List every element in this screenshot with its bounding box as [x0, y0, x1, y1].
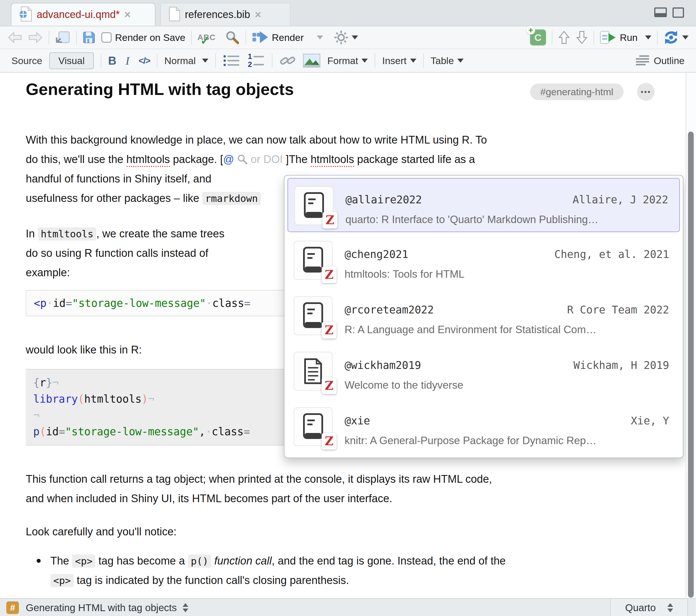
- toolbar-separator: [191, 31, 192, 44]
- bullet-list-button[interactable]: [223, 53, 240, 68]
- image-button[interactable]: [303, 53, 320, 68]
- insert-chunk-button[interactable]: C+: [530, 30, 546, 46]
- inline-code: <p>: [50, 574, 74, 587]
- paragraph-line: usefulness for other packages – like rma…: [26, 191, 261, 206]
- sort-down-icon: [667, 609, 673, 612]
- citation-key: @allaire2022: [345, 194, 422, 206]
- tab-references-bib[interactable]: references.bib ×: [160, 3, 290, 26]
- paragraph-style-dropdown[interactable]: Normal: [164, 55, 208, 66]
- citation-key: @wickham2019: [345, 359, 421, 372]
- toolbar-separator: [246, 31, 246, 44]
- book-reference-icon: Z: [294, 407, 333, 446]
- tab-close-icon[interactable]: ×: [255, 9, 261, 20]
- citation-title: Welcome to the tidyverse: [345, 379, 671, 391]
- render-on-save-checkbox[interactable]: [101, 32, 112, 43]
- back-button[interactable]: [7, 31, 22, 44]
- open-in-window-button[interactable]: [55, 31, 70, 44]
- paragraph-line: do this, we'll use the htmltools package…: [26, 151, 475, 167]
- citation-item-cheng2021[interactable]: Z @cheng2021 Cheng, et al. 2021 htmltool…: [287, 233, 680, 288]
- insert-menu-caret: [410, 59, 416, 63]
- paragraph-line: In htmltools, we create the same trees: [26, 226, 224, 242]
- text-run: Look carefully and you'll notice:: [26, 525, 177, 538]
- numbered-list-button[interactable]: 12: [247, 53, 265, 68]
- text-run: , and the end tag is gone. Instead, the …: [272, 555, 506, 567]
- run-button[interactable]: Run: [600, 30, 651, 45]
- render-dropdown-caret[interactable]: [317, 35, 323, 39]
- zotero-badge: Z: [322, 266, 336, 283]
- editor-canvas[interactable]: Generating HTML with tag objects #genera…: [0, 72, 686, 598]
- misspelled-word: htmltools: [126, 153, 170, 167]
- minimize-pane-icon[interactable]: [654, 7, 667, 17]
- outline-toggle[interactable]: Outline: [634, 54, 684, 67]
- source-mode-toggle[interactable]: Source: [12, 55, 42, 66]
- next-section-button[interactable]: [576, 31, 588, 44]
- citation-author-year: Xie, Y: [631, 415, 669, 427]
- citation-key: @rcoreteam2022: [345, 304, 434, 316]
- format-menu[interactable]: Format: [327, 55, 368, 66]
- file-icon: [168, 6, 180, 22]
- forward-button[interactable]: [28, 31, 43, 44]
- paragraph-line: This function call returns a tag object;…: [26, 471, 492, 487]
- zotero-badge: Z: [322, 322, 336, 339]
- text-run: With this background knowledge in place,…: [26, 134, 487, 146]
- inline-code-button[interactable]: </>: [139, 55, 150, 66]
- text-run: package. [: [170, 153, 223, 165]
- tab-close-icon[interactable]: ×: [124, 9, 130, 20]
- citation-item-allaire2022[interactable]: Z @allaire2022 Allaire, J 2022 quarto: R…: [287, 178, 680, 232]
- tab-label: references.bib: [185, 9, 250, 21]
- citation-placeholder[interactable]: or DOI: [251, 153, 283, 165]
- section-navigator-arrows[interactable]: [183, 603, 188, 612]
- citation-item-xie[interactable]: Z @xie Xie, Y knitr: A General-Purpose P…: [287, 400, 680, 454]
- italic-button[interactable]: I: [126, 54, 129, 67]
- more-options-button[interactable]: •••: [637, 83, 655, 101]
- scrollbar-thumb[interactable]: [688, 132, 694, 598]
- render-button[interactable]: Render: [252, 31, 304, 44]
- text-run: The: [50, 555, 72, 567]
- rerun-dropdown-caret[interactable]: [682, 35, 689, 39]
- vertical-scrollbar[interactable]: [686, 72, 696, 598]
- render-on-save-toggle[interactable]: Render on Save: [101, 32, 186, 43]
- text-run: [211, 555, 215, 567]
- citation-at-sign[interactable]: @: [223, 153, 234, 165]
- insert-menu-label: Insert: [382, 55, 406, 66]
- citation-key: @cheng2021: [345, 248, 408, 261]
- toolbar-separator: [423, 54, 424, 67]
- text-run: and when included in Shiny UI, its HTML …: [26, 492, 392, 504]
- bold-button[interactable]: B: [108, 54, 116, 67]
- sort-up-icon: [667, 603, 673, 607]
- link-button[interactable]: [279, 54, 296, 67]
- visual-mode-toggle[interactable]: Visual: [49, 52, 94, 69]
- run-dropdown-caret[interactable]: [645, 35, 651, 39]
- table-menu[interactable]: Table: [431, 55, 464, 66]
- save-button[interactable]: [82, 31, 96, 44]
- paragraph-line: do so using R function calls instead of: [26, 245, 208, 261]
- book-reference-icon: Z: [294, 241, 333, 280]
- gear-dropdown-caret[interactable]: [352, 35, 358, 39]
- maximize-pane-icon[interactable]: [673, 7, 684, 18]
- zotero-badge: Z: [322, 377, 336, 394]
- citation-title: quarto: R Interface to 'Quarto' Markdown…: [345, 214, 670, 226]
- render-settings-button[interactable]: [334, 30, 358, 45]
- spellcheck-button[interactable]: ABC ✓: [197, 30, 219, 46]
- toolbar-separator: [101, 54, 101, 67]
- inline-code: rmarkdown: [202, 192, 261, 205]
- toolbar-separator: [157, 54, 157, 67]
- inline-code: p(): [188, 554, 211, 568]
- bullet-line: The <p> tag has become a p() function ca…: [50, 553, 506, 569]
- section-navigator[interactable]: Generating HTML with tag objects: [26, 602, 177, 613]
- misspelled-word: htmltools: [311, 153, 354, 167]
- tab-advanced-ui-qmd[interactable]: advanced-ui.qmd* ×: [11, 3, 155, 26]
- outline-icon: [634, 54, 650, 67]
- find-replace-button[interactable]: [225, 30, 240, 45]
- text-run: do this, we'll use the: [26, 153, 126, 165]
- window-controls: [654, 7, 684, 18]
- document-mode-selector[interactable]: Quarto: [610, 599, 688, 616]
- section-anchor-badge: #generating-html: [530, 83, 623, 100]
- rerun-button[interactable]: [663, 30, 689, 45]
- citation-item-rcoreteam2022[interactable]: Z @rcoreteam2022 R Core Team 2022 R: A L…: [287, 289, 680, 343]
- text-run: , we create the same trees: [96, 228, 224, 240]
- previous-section-button[interactable]: [558, 31, 570, 44]
- insert-menu[interactable]: Insert: [382, 55, 416, 66]
- paragraph-line: handful of functions in Shiny itself, an…: [26, 171, 211, 187]
- citation-item-wickham2019[interactable]: Z @wickham2019 Wickham, H 2019 Welcome t…: [287, 344, 680, 399]
